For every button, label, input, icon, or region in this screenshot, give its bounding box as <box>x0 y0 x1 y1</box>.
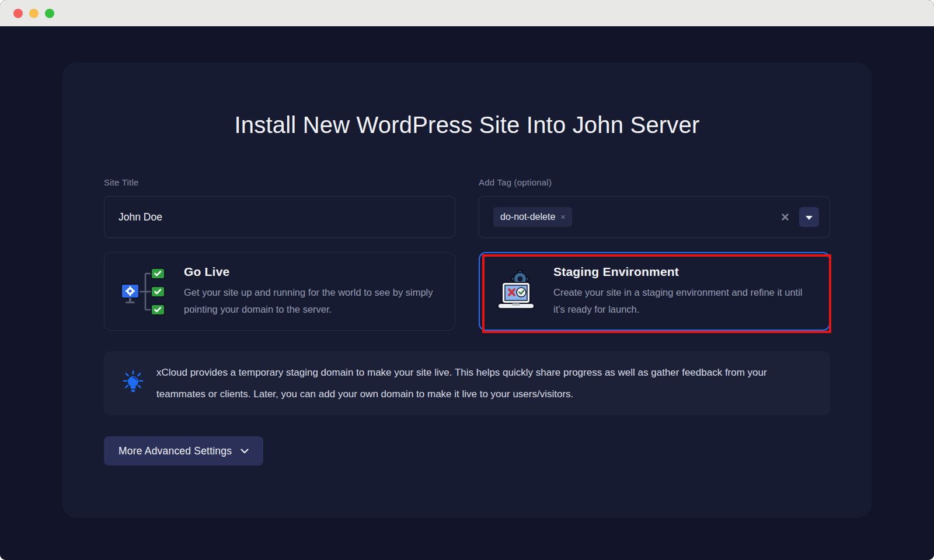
staging-info-text: xCloud provides a temporary staging doma… <box>156 362 804 405</box>
page-title: Install New WordPress Site Into John Ser… <box>104 62 830 139</box>
tag-chip: do-not-delete × <box>493 207 572 227</box>
chevron-down-icon <box>806 216 813 220</box>
install-site-panel: Install New WordPress Site Into John Ser… <box>62 62 872 518</box>
staging-environment-icon <box>496 270 539 314</box>
clear-tags-icon[interactable]: ✕ <box>780 212 790 223</box>
tag-dropdown-button[interactable] <box>799 207 819 227</box>
site-title-value: John Doe <box>119 211 162 223</box>
chevron-down-icon <box>241 449 249 454</box>
window-titlebar <box>0 0 934 26</box>
app-background: Install New WordPress Site Into John Ser… <box>0 26 934 560</box>
add-tag-field-group: Add Tag (optional) do-not-delete × ✕ <box>479 177 830 238</box>
add-tag-input[interactable]: do-not-delete × ✕ <box>479 196 830 238</box>
add-tag-label: Add Tag (optional) <box>479 177 830 188</box>
more-advanced-settings-button[interactable]: More Advanced Settings <box>104 436 263 466</box>
site-title-field-group: Site Title John Doe <box>104 177 455 238</box>
site-title-input[interactable]: John Doe <box>104 196 455 238</box>
lightbulb-icon <box>121 369 145 398</box>
close-window-button[interactable] <box>13 9 23 18</box>
tag-chip-text: do-not-delete <box>500 212 555 222</box>
staging-environment-title: Staging Environment <box>553 265 810 279</box>
go-live-title: Go Live <box>184 265 438 279</box>
staging-environment-description: Create your site in a staging environmen… <box>553 284 810 318</box>
go-live-description: Get your site up and running for the wor… <box>184 284 438 318</box>
app-window: Install New WordPress Site Into John Ser… <box>0 0 934 560</box>
remove-tag-icon[interactable]: × <box>560 212 565 222</box>
site-title-label: Site Title <box>104 177 455 188</box>
option-card-staging-environment[interactable]: Staging Environment Create your site in … <box>479 252 830 331</box>
go-live-icon <box>121 266 170 317</box>
option-card-go-live[interactable]: Go Live Get your site up and running for… <box>104 252 455 331</box>
staging-info-note: xCloud provides a temporary staging doma… <box>104 351 830 415</box>
minimize-window-button[interactable] <box>29 9 39 18</box>
zoom-window-button[interactable] <box>45 9 54 18</box>
more-advanced-settings-label: More Advanced Settings <box>119 445 232 457</box>
